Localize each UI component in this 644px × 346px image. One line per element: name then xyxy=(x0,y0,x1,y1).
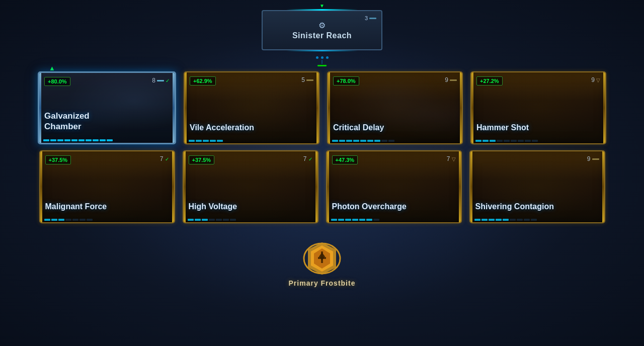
galvanized-green-arrow: ▲ xyxy=(49,64,55,72)
vile-rank: 5 xyxy=(301,76,313,83)
critical-header: +78.0% 9 xyxy=(328,72,462,90)
galvanized-title-container: GalvanizedChamber xyxy=(44,111,90,132)
top-card-icon: ⚙ xyxy=(318,21,326,30)
high-voltage-header: +37.5% 7 ✓ xyxy=(184,151,317,168)
connector-section xyxy=(316,56,329,68)
hammer-header: +27.2% 9 ▽ xyxy=(471,72,605,90)
photon-header: +47.3% 7 ▽ xyxy=(327,151,461,168)
critical-rank: 9 xyxy=(445,76,457,83)
high-voltage-title: High Voltage xyxy=(189,202,237,211)
hammer-shot-card[interactable]: +27.2% 9 ▽ Hammer Shot xyxy=(470,71,606,144)
vile-header: +62.9% 5 xyxy=(185,72,318,90)
hammer-rank: 9 ▽ xyxy=(591,76,600,83)
top-card-rank: 3 xyxy=(365,15,376,21)
critical-delay-card[interactable]: +78.0% 9 Critical Delay xyxy=(327,71,463,144)
galvanized-title: GalvanizedChamber xyxy=(44,111,90,132)
malignant-percent: +37.5% xyxy=(45,155,71,164)
critical-title: Critical Delay xyxy=(333,123,384,132)
galvanized-chamber-card[interactable]: +80.0% 8 ✓ GalvanizedChamber xyxy=(38,71,176,144)
high-voltage-title-container: High Voltage xyxy=(189,202,237,211)
page-container: ▼ 3 ⚙ Sinister Reach ▲ xyxy=(0,0,644,346)
high-voltage-rank: 7 ✓ xyxy=(303,155,312,162)
mod-row-1: ▲ +80.0% 8 ✓ GalvanizedChamber xyxy=(38,71,606,144)
malignant-force-card[interactable]: +37.5% 7 ✓ Malignant Force xyxy=(39,150,175,223)
galvanized-progress xyxy=(43,139,113,141)
photon-progress xyxy=(331,219,379,221)
critical-progress xyxy=(332,140,394,142)
vile-percent: +62.9% xyxy=(190,76,216,85)
galvanized-rank: 8 ✓ xyxy=(152,77,170,84)
contagion-rank: 9 xyxy=(587,155,599,162)
photon-title: Photon Overcharge xyxy=(332,202,407,211)
bottom-section: Primary Frostbite xyxy=(289,238,356,287)
malignant-title: Malignant Force xyxy=(45,202,107,211)
frostbite-svg xyxy=(302,238,342,276)
photon-title-container: Photon Overcharge xyxy=(332,202,407,211)
top-indicator: ▼ xyxy=(319,3,325,9)
high-voltage-card[interactable]: +37.5% 7 ✓ High Voltage xyxy=(183,150,318,223)
hammer-title-container: Hammer Shot xyxy=(476,123,529,132)
photon-percent: +47.3% xyxy=(332,155,358,164)
high-voltage-progress xyxy=(188,219,236,221)
photon-overcharge-card[interactable]: +47.3% 7 ▽ Photon Overcharge xyxy=(326,150,462,223)
critical-title-container: Critical Delay xyxy=(333,123,384,132)
hammer-percent: +27.2% xyxy=(476,76,503,85)
high-voltage-percent: +37.5% xyxy=(189,155,215,164)
hammer-progress xyxy=(475,140,538,142)
contagion-header: 9 xyxy=(470,151,604,166)
contagion-progress xyxy=(474,219,537,221)
svg-rect-6 xyxy=(318,257,326,259)
vile-progress xyxy=(189,140,223,142)
vile-title-container: Vile Acceleration xyxy=(190,123,254,132)
malignant-title-container: Malignant Force xyxy=(45,202,107,211)
photon-rank: 7 ▽ xyxy=(447,155,456,162)
top-card-title: Sinister Reach xyxy=(292,31,352,40)
vile-acceleration-card[interactable]: +62.9% 5 Vile Acceleration xyxy=(184,71,319,144)
frostbite-symbol[interactable] xyxy=(302,238,342,276)
frostbite-label: Primary Frostbite xyxy=(289,279,356,287)
sinister-reach-card[interactable]: 3 ⚙ Sinister Reach xyxy=(262,10,382,50)
galvanized-header: +80.0% 8 ✓ xyxy=(39,73,175,90)
malignant-header: +37.5% 7 ✓ xyxy=(40,151,174,168)
galvanized-chamber-wrapper: ▲ +80.0% 8 ✓ GalvanizedChamber xyxy=(38,71,176,144)
mod-row-2: +37.5% 7 ✓ Malignant Force xyxy=(39,150,605,223)
vile-title: Vile Acceleration xyxy=(190,123,254,132)
shivering-contagion-card[interactable]: 9 Shivering Contagion xyxy=(469,150,605,223)
critical-percent: +78.0% xyxy=(333,76,359,85)
malignant-rank: 7 ✓ xyxy=(160,155,169,162)
malignant-progress xyxy=(44,219,93,221)
contagion-title: Shivering Contagion xyxy=(475,202,554,211)
galvanized-percent: +80.0% xyxy=(44,77,70,86)
hammer-title: Hammer Shot xyxy=(476,123,529,132)
contagion-title-container: Shivering Contagion xyxy=(475,202,554,211)
